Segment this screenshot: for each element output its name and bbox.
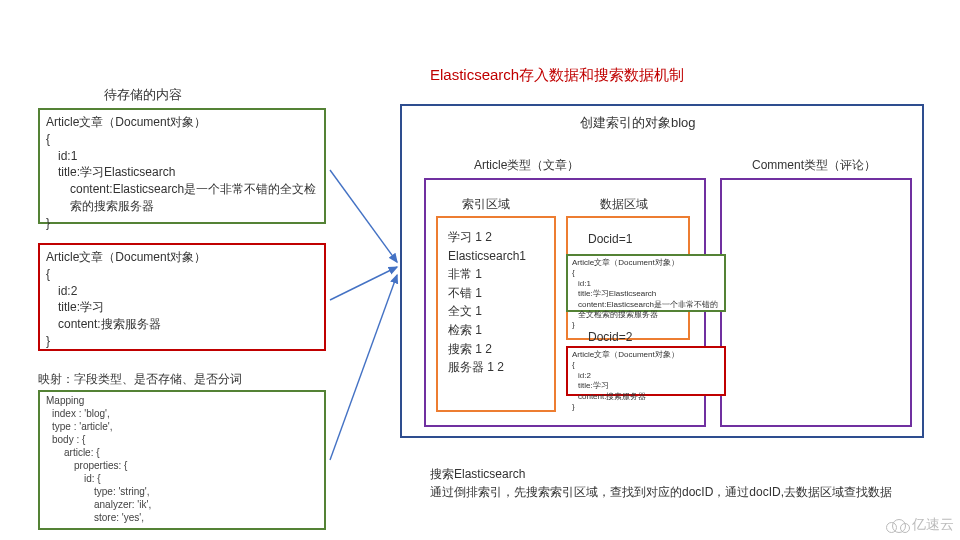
mini1-open: { — [572, 268, 720, 278]
token-row: 搜索 1 2 — [448, 340, 548, 359]
doc1-header: Article文章（Document对象） — [46, 114, 318, 131]
doc1-content: content:Elasticsearch是一个非常不错的全文检索的搜索服务器 — [58, 181, 318, 215]
article-type-label: Article类型（文章） — [474, 157, 579, 174]
map-l3: type : 'article', — [52, 420, 318, 433]
docid-1-label: Docid=1 — [588, 232, 632, 246]
map-l6: properties: { — [74, 459, 318, 472]
map-l5: article: { — [64, 446, 318, 459]
token-row: 学习 1 2 — [448, 228, 548, 247]
diagram-canvas: Elasticsearch存入数据和搜索数据机制 待存储的内容 Article文… — [0, 0, 960, 540]
mini-document-1: Article文章（Document对象） { id:1 title:学习Ela… — [566, 254, 726, 312]
watermark-cloud-icon — [886, 517, 908, 533]
search-label: 搜索Elasticsearch — [430, 466, 525, 483]
doc1-open: { — [46, 131, 318, 148]
token-row: 不错 1 — [448, 284, 548, 303]
docid-2-label: Docid=2 — [588, 330, 632, 344]
mapping-label: 映射：字段类型、是否存储、是否分词 — [38, 371, 242, 388]
map-l7: id: { — [84, 472, 318, 485]
token-row: 全文 1 — [448, 302, 548, 321]
token-row: Elasticsearch1 — [448, 247, 548, 266]
data-area-label: 数据区域 — [600, 196, 648, 213]
blog-title: 创建索引的对象blog — [580, 114, 696, 132]
map-l1: Mapping — [46, 394, 318, 407]
watermark: 亿速云 — [886, 516, 954, 534]
map-l2: index : 'blog', — [52, 407, 318, 420]
left-heading: 待存储的内容 — [104, 86, 182, 104]
doc2-title: title:学习 — [58, 299, 318, 316]
map-l4: body : { — [52, 433, 318, 446]
mini1-close: } — [572, 320, 720, 330]
document-1-box: Article文章（Document对象） { id:1 title:学习Ela… — [38, 108, 326, 224]
index-area-box: 学习 1 2 Elasticsearch1 非常 1 不错 1 全文 1 检索 … — [436, 216, 556, 412]
mini1-header: Article文章（Document对象） — [572, 258, 720, 268]
mini2-title: title:学习 — [578, 381, 720, 391]
doc2-open: { — [46, 266, 318, 283]
mini1-title: title:学习Elasticsearch — [578, 289, 720, 299]
map-l8: type: 'string', — [94, 485, 318, 498]
doc2-header: Article文章（Document对象） — [46, 249, 318, 266]
mini2-open: { — [572, 360, 720, 370]
mini1-id: id:1 — [578, 279, 720, 289]
svg-line-1 — [330, 267, 397, 300]
index-area-label: 索引区域 — [462, 196, 510, 213]
mini2-id: id:2 — [578, 371, 720, 381]
comment-type-box — [720, 178, 912, 427]
token-row: 检索 1 — [448, 321, 548, 340]
doc2-content: content:搜索服务器 — [58, 316, 318, 333]
watermark-text: 亿速云 — [912, 516, 954, 534]
token-row: 非常 1 — [448, 265, 548, 284]
map-l10: store: 'yes', — [94, 511, 318, 524]
mini-document-2: Article文章（Document对象） { id:2 title:学习 co… — [566, 346, 726, 396]
token-row: 服务器 1 2 — [448, 358, 548, 377]
doc2-close: } — [46, 333, 318, 350]
mapping-box: Mapping index : 'blog', type : 'article'… — [38, 390, 326, 530]
search-description: 通过倒排索引，先搜索索引区域，查找到对应的docID，通过docID,去数据区域… — [430, 484, 930, 501]
comment-type-label: Comment类型（评论） — [752, 157, 876, 174]
document-2-box: Article文章（Document对象） { id:2 title:学习 co… — [38, 243, 326, 351]
doc1-id: id:1 — [58, 148, 318, 165]
mini1-content: content:Elasticsearch是一个非常不错的全文检索的搜索服务器 — [578, 300, 720, 321]
svg-line-0 — [330, 170, 397, 262]
mini2-content: content:搜索服务器 — [578, 392, 720, 402]
main-title: Elasticsearch存入数据和搜索数据机制 — [430, 66, 684, 85]
mini2-header: Article文章（Document对象） — [572, 350, 720, 360]
doc2-id: id:2 — [58, 283, 318, 300]
doc1-close: } — [46, 215, 318, 232]
mini2-close: } — [572, 402, 720, 412]
doc1-title: title:学习Elasticsearch — [58, 164, 318, 181]
map-l9: analyzer: 'ik', — [94, 498, 318, 511]
svg-line-2 — [330, 275, 397, 460]
